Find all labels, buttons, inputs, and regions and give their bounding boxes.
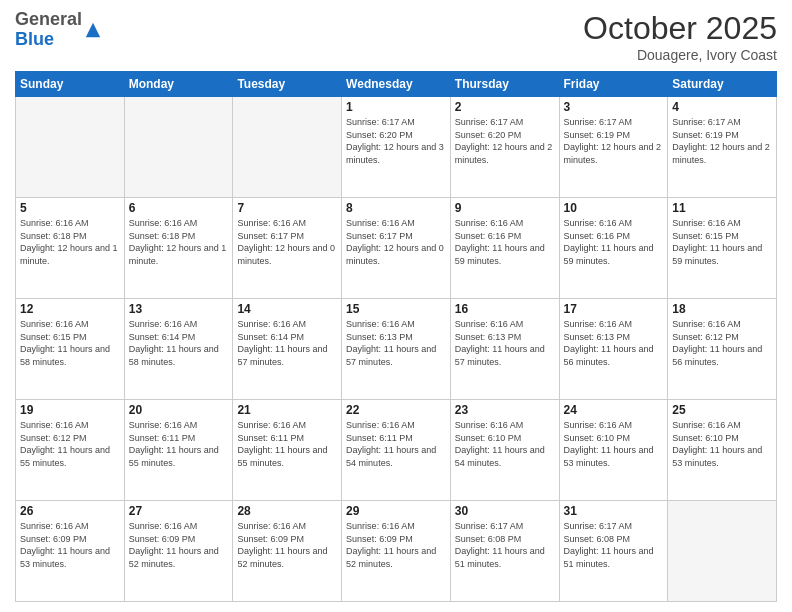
- day-cell-27: 27Sunrise: 6:16 AMSunset: 6:09 PMDayligh…: [124, 501, 233, 602]
- day-number: 3: [564, 100, 664, 114]
- day-info: Sunrise: 6:16 AMSunset: 6:10 PMDaylight:…: [672, 419, 772, 469]
- day-number: 19: [20, 403, 120, 417]
- day-info: Sunrise: 6:17 AMSunset: 6:20 PMDaylight:…: [346, 116, 446, 166]
- day-number: 21: [237, 403, 337, 417]
- day-number: 7: [237, 201, 337, 215]
- calendar-header-row: SundayMondayTuesdayWednesdayThursdayFrid…: [16, 72, 777, 97]
- day-info: Sunrise: 6:16 AMSunset: 6:14 PMDaylight:…: [237, 318, 337, 368]
- col-header-sunday: Sunday: [16, 72, 125, 97]
- day-cell-22: 22Sunrise: 6:16 AMSunset: 6:11 PMDayligh…: [342, 400, 451, 501]
- location-subtitle: Douagere, Ivory Coast: [583, 47, 777, 63]
- day-info: Sunrise: 6:17 AMSunset: 6:08 PMDaylight:…: [564, 520, 664, 570]
- day-number: 24: [564, 403, 664, 417]
- day-info: Sunrise: 6:16 AMSunset: 6:17 PMDaylight:…: [237, 217, 337, 267]
- empty-cell: [668, 501, 777, 602]
- day-info: Sunrise: 6:16 AMSunset: 6:09 PMDaylight:…: [129, 520, 229, 570]
- day-number: 20: [129, 403, 229, 417]
- day-cell-11: 11Sunrise: 6:16 AMSunset: 6:15 PMDayligh…: [668, 198, 777, 299]
- empty-cell: [16, 97, 125, 198]
- day-info: Sunrise: 6:16 AMSunset: 6:16 PMDaylight:…: [455, 217, 555, 267]
- day-number: 13: [129, 302, 229, 316]
- day-number: 9: [455, 201, 555, 215]
- col-header-thursday: Thursday: [450, 72, 559, 97]
- day-cell-28: 28Sunrise: 6:16 AMSunset: 6:09 PMDayligh…: [233, 501, 342, 602]
- logo-general: General: [15, 9, 82, 29]
- day-number: 26: [20, 504, 120, 518]
- day-info: Sunrise: 6:16 AMSunset: 6:18 PMDaylight:…: [20, 217, 120, 267]
- day-cell-23: 23Sunrise: 6:16 AMSunset: 6:10 PMDayligh…: [450, 400, 559, 501]
- empty-cell: [124, 97, 233, 198]
- day-cell-17: 17Sunrise: 6:16 AMSunset: 6:13 PMDayligh…: [559, 299, 668, 400]
- day-number: 28: [237, 504, 337, 518]
- week-row-2: 12Sunrise: 6:16 AMSunset: 6:15 PMDayligh…: [16, 299, 777, 400]
- calendar-table: SundayMondayTuesdayWednesdayThursdayFrid…: [15, 71, 777, 602]
- col-header-friday: Friday: [559, 72, 668, 97]
- day-cell-7: 7Sunrise: 6:16 AMSunset: 6:17 PMDaylight…: [233, 198, 342, 299]
- day-info: Sunrise: 6:16 AMSunset: 6:14 PMDaylight:…: [129, 318, 229, 368]
- day-number: 5: [20, 201, 120, 215]
- day-cell-10: 10Sunrise: 6:16 AMSunset: 6:16 PMDayligh…: [559, 198, 668, 299]
- day-info: Sunrise: 6:16 AMSunset: 6:11 PMDaylight:…: [129, 419, 229, 469]
- day-number: 31: [564, 504, 664, 518]
- day-cell-1: 1Sunrise: 6:17 AMSunset: 6:20 PMDaylight…: [342, 97, 451, 198]
- day-info: Sunrise: 6:16 AMSunset: 6:16 PMDaylight:…: [564, 217, 664, 267]
- day-number: 30: [455, 504, 555, 518]
- day-cell-20: 20Sunrise: 6:16 AMSunset: 6:11 PMDayligh…: [124, 400, 233, 501]
- day-number: 6: [129, 201, 229, 215]
- day-info: Sunrise: 6:16 AMSunset: 6:11 PMDaylight:…: [237, 419, 337, 469]
- header: General Blue October 2025 Douagere, Ivor…: [15, 10, 777, 63]
- week-row-1: 5Sunrise: 6:16 AMSunset: 6:18 PMDaylight…: [16, 198, 777, 299]
- day-number: 25: [672, 403, 772, 417]
- day-info: Sunrise: 6:17 AMSunset: 6:08 PMDaylight:…: [455, 520, 555, 570]
- empty-cell: [233, 97, 342, 198]
- day-number: 1: [346, 100, 446, 114]
- day-info: Sunrise: 6:17 AMSunset: 6:19 PMDaylight:…: [564, 116, 664, 166]
- col-header-saturday: Saturday: [668, 72, 777, 97]
- day-number: 15: [346, 302, 446, 316]
- day-cell-13: 13Sunrise: 6:16 AMSunset: 6:14 PMDayligh…: [124, 299, 233, 400]
- day-info: Sunrise: 6:16 AMSunset: 6:17 PMDaylight:…: [346, 217, 446, 267]
- day-number: 11: [672, 201, 772, 215]
- day-info: Sunrise: 6:16 AMSunset: 6:09 PMDaylight:…: [237, 520, 337, 570]
- day-info: Sunrise: 6:16 AMSunset: 6:13 PMDaylight:…: [564, 318, 664, 368]
- day-number: 16: [455, 302, 555, 316]
- day-cell-21: 21Sunrise: 6:16 AMSunset: 6:11 PMDayligh…: [233, 400, 342, 501]
- day-cell-12: 12Sunrise: 6:16 AMSunset: 6:15 PMDayligh…: [16, 299, 125, 400]
- day-number: 8: [346, 201, 446, 215]
- svg-marker-0: [86, 23, 100, 37]
- day-cell-31: 31Sunrise: 6:17 AMSunset: 6:08 PMDayligh…: [559, 501, 668, 602]
- day-number: 29: [346, 504, 446, 518]
- day-info: Sunrise: 6:16 AMSunset: 6:12 PMDaylight:…: [20, 419, 120, 469]
- day-cell-26: 26Sunrise: 6:16 AMSunset: 6:09 PMDayligh…: [16, 501, 125, 602]
- day-number: 4: [672, 100, 772, 114]
- day-cell-15: 15Sunrise: 6:16 AMSunset: 6:13 PMDayligh…: [342, 299, 451, 400]
- week-row-3: 19Sunrise: 6:16 AMSunset: 6:12 PMDayligh…: [16, 400, 777, 501]
- col-header-monday: Monday: [124, 72, 233, 97]
- logo-text: General Blue: [15, 10, 102, 50]
- day-number: 22: [346, 403, 446, 417]
- day-cell-4: 4Sunrise: 6:17 AMSunset: 6:19 PMDaylight…: [668, 97, 777, 198]
- day-number: 14: [237, 302, 337, 316]
- day-number: 10: [564, 201, 664, 215]
- day-info: Sunrise: 6:16 AMSunset: 6:09 PMDaylight:…: [346, 520, 446, 570]
- logo: General Blue: [15, 10, 102, 50]
- day-cell-25: 25Sunrise: 6:16 AMSunset: 6:10 PMDayligh…: [668, 400, 777, 501]
- col-header-wednesday: Wednesday: [342, 72, 451, 97]
- day-cell-2: 2Sunrise: 6:17 AMSunset: 6:20 PMDaylight…: [450, 97, 559, 198]
- day-cell-18: 18Sunrise: 6:16 AMSunset: 6:12 PMDayligh…: [668, 299, 777, 400]
- week-row-4: 26Sunrise: 6:16 AMSunset: 6:09 PMDayligh…: [16, 501, 777, 602]
- day-info: Sunrise: 6:16 AMSunset: 6:09 PMDaylight:…: [20, 520, 120, 570]
- col-header-tuesday: Tuesday: [233, 72, 342, 97]
- day-cell-5: 5Sunrise: 6:16 AMSunset: 6:18 PMDaylight…: [16, 198, 125, 299]
- day-info: Sunrise: 6:16 AMSunset: 6:10 PMDaylight:…: [564, 419, 664, 469]
- day-cell-24: 24Sunrise: 6:16 AMSunset: 6:10 PMDayligh…: [559, 400, 668, 501]
- day-number: 27: [129, 504, 229, 518]
- calendar-page: General Blue October 2025 Douagere, Ivor…: [0, 0, 792, 612]
- day-cell-9: 9Sunrise: 6:16 AMSunset: 6:16 PMDaylight…: [450, 198, 559, 299]
- day-cell-6: 6Sunrise: 6:16 AMSunset: 6:18 PMDaylight…: [124, 198, 233, 299]
- day-cell-19: 19Sunrise: 6:16 AMSunset: 6:12 PMDayligh…: [16, 400, 125, 501]
- day-info: Sunrise: 6:16 AMSunset: 6:13 PMDaylight:…: [346, 318, 446, 368]
- day-number: 2: [455, 100, 555, 114]
- day-cell-29: 29Sunrise: 6:16 AMSunset: 6:09 PMDayligh…: [342, 501, 451, 602]
- day-info: Sunrise: 6:16 AMSunset: 6:15 PMDaylight:…: [20, 318, 120, 368]
